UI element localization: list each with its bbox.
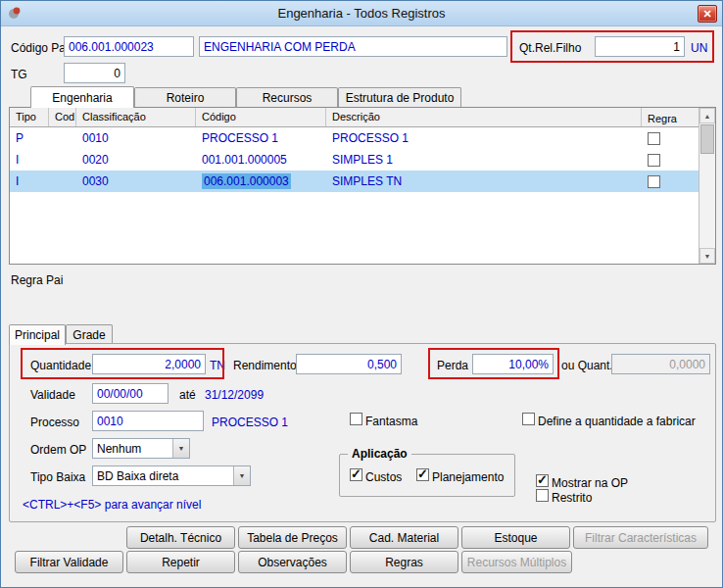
col-regra[interactable]: Regra bbox=[642, 108, 699, 126]
tab-estrutura-de-produto[interactable]: Estrutura de Produto bbox=[338, 87, 461, 108]
col-cod[interactable]: Cod bbox=[49, 108, 76, 126]
qt-rel-filho-unit: UN bbox=[691, 41, 707, 55]
grid-header: Tipo Cod Classificação Código Descrição … bbox=[10, 108, 699, 127]
col-classificacao[interactable]: Classificação bbox=[76, 108, 196, 126]
regra-checkbox[interactable] bbox=[648, 154, 660, 167]
cell-descricao: SIMPLES TN bbox=[326, 171, 642, 192]
close-button[interactable]: ✕ bbox=[698, 5, 717, 23]
engenharia-window: Engenharia - Todos Registros ✕ Código Pa… bbox=[0, 0, 723, 588]
filtrar-validade-button[interactable]: Filtrar Validade bbox=[15, 551, 123, 573]
cell-descricao: PROCESSO 1 bbox=[326, 127, 642, 149]
tab-principal[interactable]: Principal bbox=[9, 324, 66, 345]
recursos-multiplos-button: Recursos Múltiplos bbox=[461, 551, 572, 573]
tabela-de-precos-button[interactable]: Tabela de Preços bbox=[238, 526, 347, 549]
window-title: Engenharia - Todos Registros bbox=[277, 6, 445, 21]
tab-grade[interactable]: Grade bbox=[66, 324, 113, 344]
estoque-button[interactable]: Estoque bbox=[461, 526, 570, 549]
title-bar: Engenharia - Todos Registros ✕ bbox=[1, 1, 722, 26]
cell-classificacao: 0030 bbox=[76, 171, 196, 192]
principal-panel bbox=[9, 343, 716, 522]
cell-cod bbox=[49, 127, 76, 149]
scroll-up-icon[interactable]: ▲ bbox=[699, 108, 715, 123]
detalh-tecnico-button[interactable]: Detalh. Técnico bbox=[126, 526, 235, 549]
tab-roteiro[interactable]: Roteiro bbox=[134, 87, 236, 108]
cell-tipo: I bbox=[10, 171, 49, 192]
scroll-down-icon[interactable]: ▼ bbox=[699, 248, 715, 264]
cad-material-button[interactable]: Cad. Material bbox=[350, 526, 458, 549]
engenharia-grid: Tipo Cod Classificação Código Descrição … bbox=[9, 107, 716, 265]
cell-tipo: P bbox=[10, 127, 49, 149]
repetir-button[interactable]: Repetir bbox=[126, 551, 235, 573]
app-icon bbox=[7, 6, 22, 21]
qt-rel-filho-input[interactable] bbox=[595, 36, 685, 57]
cell-cod bbox=[49, 171, 76, 192]
cell-tipo: I bbox=[10, 149, 49, 171]
selected-cell-text: 006.001.000003 bbox=[202, 173, 291, 189]
table-row[interactable]: P 0010 PROCESSO 1 PROCESSO 1 bbox=[10, 127, 699, 149]
tab-engenharia[interactable]: Engenharia bbox=[30, 86, 134, 108]
table-row[interactable]: I 0020 001.001.000005 SIMPLES 1 bbox=[10, 149, 699, 171]
qt-rel-filho-label: Qt.Rel.Filho bbox=[519, 41, 581, 55]
cell-classificacao: 0010 bbox=[76, 127, 196, 149]
tg-input[interactable] bbox=[64, 63, 125, 83]
tg-label: TG bbox=[11, 68, 27, 81]
tab-recursos[interactable]: Recursos bbox=[236, 87, 338, 108]
col-codigo[interactable]: Código bbox=[196, 108, 326, 126]
regras-button[interactable]: Regras bbox=[350, 551, 458, 573]
cell-codigo: PROCESSO 1 bbox=[196, 127, 326, 149]
cell-classificacao: 0020 bbox=[76, 149, 196, 171]
cell-cod bbox=[49, 149, 76, 171]
regra-pai-label: Regra Pai bbox=[11, 273, 63, 287]
codigo-pai-input[interactable] bbox=[64, 36, 194, 57]
regra-checkbox[interactable] bbox=[648, 175, 660, 188]
grid-vertical-scrollbar[interactable]: ▲ ▼ bbox=[699, 108, 715, 264]
col-descricao[interactable]: Descrição bbox=[326, 108, 642, 126]
table-row-selected[interactable]: I 0030 006.001.000003 SIMPLES TN bbox=[10, 171, 699, 192]
col-tipo[interactable]: Tipo bbox=[10, 108, 49, 126]
cell-codigo: 006.001.000003 bbox=[196, 171, 326, 192]
cell-descricao: SIMPLES 1 bbox=[326, 149, 642, 171]
codigo-pai-label: Código Pai bbox=[11, 41, 69, 55]
scrollbar-thumb[interactable] bbox=[700, 124, 714, 154]
regra-checkbox[interactable] bbox=[648, 132, 660, 145]
observacoes-button[interactable]: Observações bbox=[238, 551, 347, 573]
filtrar-caracteristicas-button: Filtrar Características bbox=[573, 526, 708, 549]
cell-codigo: 001.001.000005 bbox=[196, 149, 326, 171]
descricao-pai-input[interactable] bbox=[199, 36, 507, 57]
